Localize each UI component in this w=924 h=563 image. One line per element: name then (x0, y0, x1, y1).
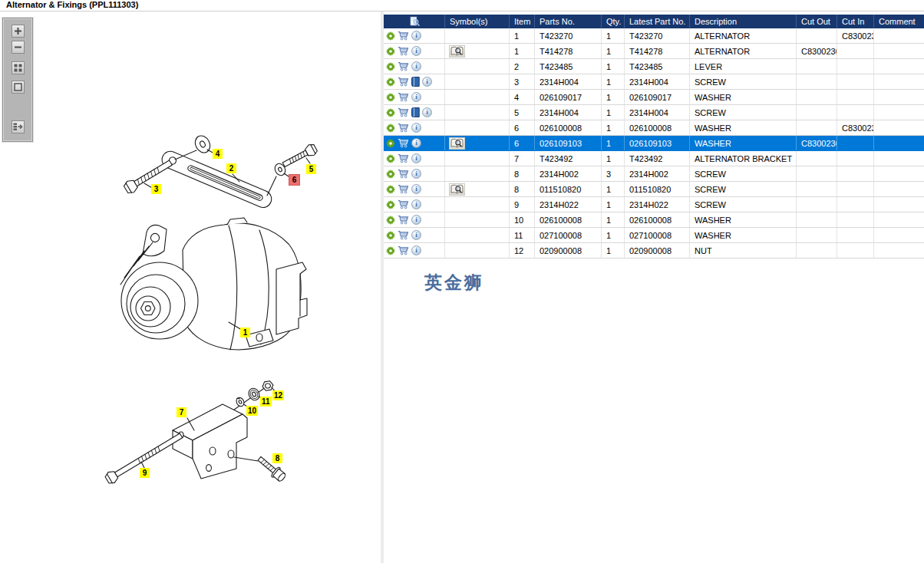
cart-icon[interactable] (398, 230, 409, 240)
table-row[interactable]: i120209000081020900008NUT (384, 243, 924, 258)
cart-icon[interactable] (398, 169, 409, 179)
table-row[interactable]: i32314H00412314H004SCREW (384, 74, 924, 90)
cart-icon[interactable] (398, 77, 409, 87)
zoom-out-button[interactable] (12, 41, 25, 54)
open-book-magnifier-icon[interactable] (449, 137, 465, 150)
table-row[interactable]: i1T4232701T423270ALTERNATORC8300230 (384, 28, 924, 44)
gear-icon[interactable] (386, 123, 395, 133)
thumbnail-view-button[interactable] (12, 61, 25, 74)
info-icon[interactable]: i (411, 153, 421, 163)
gear-icon[interactable] (386, 31, 395, 41)
table-row[interactable]: i7T4234921T423492ALTERNATOR BRACKET (384, 151, 924, 166)
table-row[interactable]: i40261090171026109017WASHER (384, 90, 924, 105)
cart-icon[interactable] (398, 215, 409, 225)
column-header-qty[interactable]: Qty. (602, 15, 625, 28)
toggle-list-panel-button[interactable] (12, 120, 25, 133)
column-header-symbols[interactable]: Symbol(s) (445, 15, 510, 28)
table-row[interactable]: i52314H00412314H004SCREW (384, 105, 924, 120)
table-row[interactable]: i1T4142781T414278ALTERNATORC83002302 (384, 44, 924, 59)
table-row[interactable]: i2T4234851T423485LEVER (384, 59, 924, 74)
cart-icon[interactable] (398, 31, 409, 41)
gear-icon[interactable] (386, 200, 395, 209)
comment-cell (874, 28, 924, 43)
diagram-callout-6[interactable]: 6 (289, 175, 299, 185)
gear-icon[interactable] (386, 231, 395, 240)
symbol-cell (445, 182, 510, 196)
gear-icon[interactable] (386, 154, 395, 163)
gear-icon[interactable] (386, 170, 395, 179)
table-row[interactable]: i100261000081026100008WASHER (384, 212, 924, 228)
info-icon[interactable]: i (422, 107, 432, 117)
info-icon[interactable]: i (411, 169, 421, 179)
cart-icon[interactable] (398, 46, 409, 56)
info-icon[interactable]: i (411, 230, 421, 240)
cart-icon[interactable] (398, 153, 409, 163)
gear-icon[interactable] (386, 77, 395, 87)
cart-icon[interactable] (398, 61, 409, 71)
qty-cell: 1 (602, 28, 625, 43)
column-header-parts_no[interactable]: Parts No. (535, 15, 602, 28)
symbol-cell (445, 90, 510, 104)
book-icon[interactable] (411, 107, 420, 117)
gear-icon[interactable] (386, 62, 395, 71)
gear-icon[interactable] (386, 108, 395, 117)
cart-icon[interactable] (398, 123, 409, 133)
table-row[interactable]: i82314H00232314H002SCREW (384, 166, 924, 182)
table-row[interactable]: i60261091031026109103WASHERC83002302 (384, 136, 924, 151)
gear-icon[interactable] (386, 185, 395, 194)
open-book-magnifier-icon[interactable] (449, 183, 465, 196)
info-icon[interactable]: i (411, 31, 421, 41)
cart-icon[interactable] (398, 199, 409, 209)
diagram-callout-11[interactable]: 11 (260, 397, 272, 407)
info-icon[interactable]: i (411, 199, 421, 209)
table-row[interactable]: i80115108201011510820SCREW (384, 182, 924, 197)
diagram-callout-1[interactable]: 1 (240, 328, 250, 337)
fit-view-button[interactable] (12, 81, 25, 94)
open-book-magnifier-icon[interactable] (449, 45, 465, 58)
info-icon[interactable]: i (411, 46, 421, 56)
table-row[interactable]: i110271000081027100008WASHER (384, 228, 924, 243)
column-header-description[interactable]: Description (690, 15, 797, 28)
diagram-callout-10[interactable]: 10 (246, 406, 258, 416)
parts-no-cell: T423492 (535, 151, 602, 166)
cart-icon[interactable] (398, 184, 409, 194)
cart-icon[interactable] (398, 92, 409, 102)
column-header-cut_in[interactable]: Cut In (837, 15, 874, 28)
column-header-item[interactable]: Item (510, 15, 535, 28)
info-icon[interactable]: i (411, 92, 421, 102)
column-header-label: Comment (879, 17, 916, 26)
gear-icon[interactable] (386, 93, 395, 102)
diagram-callout-5[interactable]: 5 (306, 164, 316, 174)
diagram-callout-3[interactable]: 3 (151, 184, 161, 194)
gear-icon[interactable] (386, 216, 395, 225)
book-icon[interactable] (411, 77, 420, 87)
qty-cell: 1 (602, 136, 625, 150)
gear-icon[interactable] (386, 139, 395, 148)
diagram-callout-8[interactable]: 8 (272, 453, 282, 463)
gear-icon[interactable] (386, 246, 395, 255)
qty-cell: 1 (602, 182, 625, 196)
diagram-callout-9[interactable]: 9 (140, 468, 150, 478)
column-header-latest_part_no[interactable]: Latest Part No. (625, 15, 690, 28)
info-icon[interactable]: i (411, 61, 421, 71)
info-icon[interactable]: i (411, 215, 421, 225)
diagram-callout-2[interactable]: 2 (226, 163, 236, 173)
column-header-comment[interactable]: Comment (874, 15, 924, 28)
diagram-callout-12[interactable]: 12 (272, 390, 284, 400)
info-icon[interactable]: i (411, 123, 421, 133)
info-icon[interactable]: i (422, 77, 432, 87)
zoom-in-button[interactable] (12, 25, 25, 38)
gear-icon[interactable] (386, 47, 395, 56)
column-header-actions[interactable] (384, 15, 445, 28)
diagram-callout-7[interactable]: 7 (177, 407, 186, 417)
table-row[interactable]: i92314H02212314H022SCREW (384, 197, 924, 212)
info-icon[interactable]: i (411, 138, 421, 148)
cart-icon[interactable] (398, 245, 409, 255)
cart-icon[interactable] (398, 107, 409, 117)
diagram-callout-4[interactable]: 4 (213, 149, 223, 159)
info-icon[interactable]: i (411, 245, 421, 255)
info-icon[interactable]: i (411, 184, 421, 194)
cart-icon[interactable] (398, 138, 409, 148)
table-row[interactable]: i60261000081026100008WASHERC8300230 (384, 120, 924, 136)
column-header-cut_out[interactable]: Cut Out (797, 15, 837, 28)
